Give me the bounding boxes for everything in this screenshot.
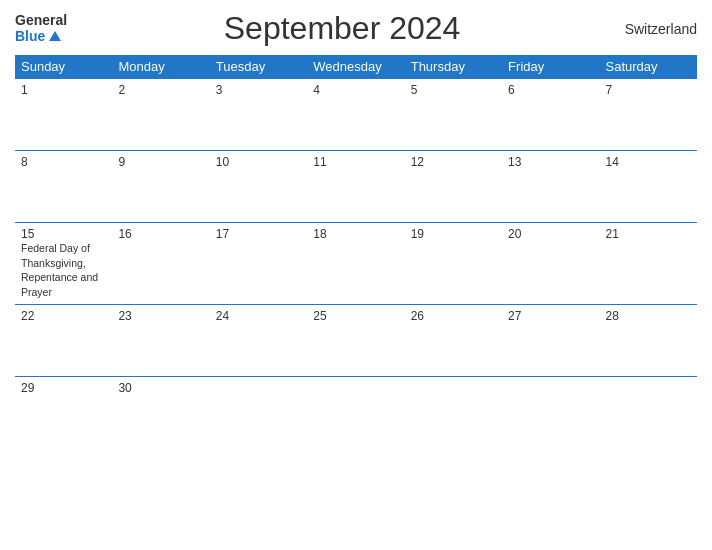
calendar-cell: 12 [405,151,502,223]
calendar-cell [307,376,404,448]
week-row-4: 22232425262728 [15,304,697,376]
day-number: 29 [21,381,106,395]
calendar-cell: 16 [112,223,209,305]
day-number: 13 [508,155,593,169]
day-number: 6 [508,83,593,97]
calendar-cell: 24 [210,304,307,376]
calendar-cell [405,376,502,448]
calendar-title: September 2024 [67,10,617,47]
calendar-cell: 27 [502,304,599,376]
day-number: 30 [118,381,203,395]
calendar-cell: 1 [15,79,112,151]
calendar-cell: 2 [112,79,209,151]
calendar-country: Switzerland [617,21,697,37]
calendar-table: SundayMondayTuesdayWednesdayThursdayFrid… [15,55,697,448]
calendar-cell: 25 [307,304,404,376]
weekday-header-row: SundayMondayTuesdayWednesdayThursdayFrid… [15,55,697,79]
day-number: 1 [21,83,106,97]
calendar-cell: 11 [307,151,404,223]
calendar-cell [600,376,697,448]
logo-general-text: General [15,13,67,28]
calendar-cell: 9 [112,151,209,223]
calendar-cell: 4 [307,79,404,151]
week-row-5: 2930 [15,376,697,448]
calendar-header: General Blue September 2024 Switzerland [15,10,697,47]
calendar-event: Federal Day of Thanksgiving, Repentance … [21,242,98,298]
day-number: 28 [606,309,691,323]
day-number: 16 [118,227,203,241]
calendar-cell: 13 [502,151,599,223]
weekday-header-wednesday: Wednesday [307,55,404,79]
calendar-cell [502,376,599,448]
calendar-cell: 23 [112,304,209,376]
calendar-cell: 14 [600,151,697,223]
day-number: 27 [508,309,593,323]
calendar-cell: 5 [405,79,502,151]
calendar-cell: 22 [15,304,112,376]
day-number: 7 [606,83,691,97]
calendar-cell: 7 [600,79,697,151]
calendar-cell: 29 [15,376,112,448]
logo-blue-text: Blue [15,29,61,44]
weekday-header-saturday: Saturday [600,55,697,79]
day-number: 11 [313,155,398,169]
calendar-cell: 15Federal Day of Thanksgiving, Repentanc… [15,223,112,305]
day-number: 10 [216,155,301,169]
calendar-container: General Blue September 2024 Switzerland … [0,0,712,550]
day-number: 20 [508,227,593,241]
calendar-cell: 8 [15,151,112,223]
week-row-3: 15Federal Day of Thanksgiving, Repentanc… [15,223,697,305]
day-number: 17 [216,227,301,241]
day-number: 15 [21,227,106,241]
day-number: 2 [118,83,203,97]
calendar-cell: 19 [405,223,502,305]
day-number: 25 [313,309,398,323]
week-row-1: 1234567 [15,79,697,151]
calendar-cell: 17 [210,223,307,305]
calendar-cell: 21 [600,223,697,305]
weekday-header-friday: Friday [502,55,599,79]
day-number: 18 [313,227,398,241]
day-number: 8 [21,155,106,169]
calendar-cell: 6 [502,79,599,151]
day-number: 24 [216,309,301,323]
day-number: 9 [118,155,203,169]
weekday-header-sunday: Sunday [15,55,112,79]
day-number: 3 [216,83,301,97]
day-number: 12 [411,155,496,169]
calendar-cell: 18 [307,223,404,305]
day-number: 22 [21,309,106,323]
weekday-header-tuesday: Tuesday [210,55,307,79]
day-number: 26 [411,309,496,323]
day-number: 14 [606,155,691,169]
day-number: 21 [606,227,691,241]
logo: General Blue [15,13,67,44]
logo-triangle-icon [49,31,61,41]
day-number: 4 [313,83,398,97]
calendar-cell: 3 [210,79,307,151]
day-number: 23 [118,309,203,323]
calendar-cell: 28 [600,304,697,376]
calendar-cell [210,376,307,448]
calendar-cell: 26 [405,304,502,376]
day-number: 5 [411,83,496,97]
weekday-header-thursday: Thursday [405,55,502,79]
calendar-cell: 20 [502,223,599,305]
week-row-2: 891011121314 [15,151,697,223]
day-number: 19 [411,227,496,241]
weekday-header-monday: Monday [112,55,209,79]
calendar-cell: 10 [210,151,307,223]
calendar-cell: 30 [112,376,209,448]
